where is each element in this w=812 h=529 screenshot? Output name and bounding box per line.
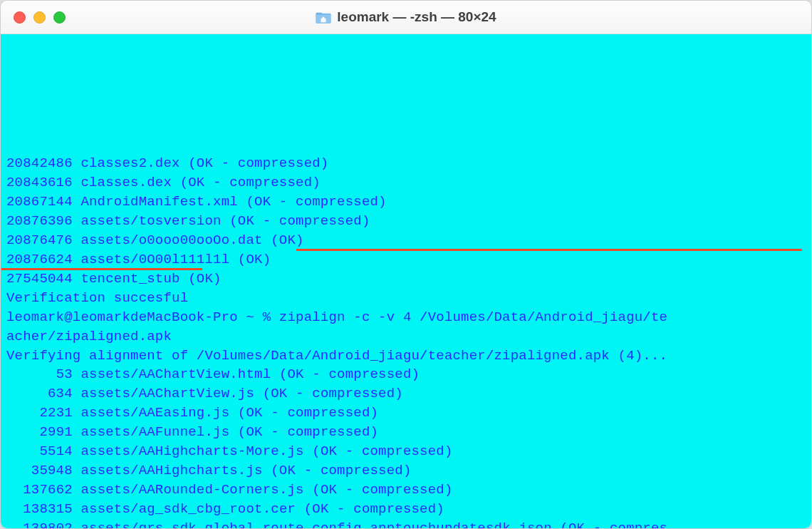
terminal-line: 35948 assets/AAHighcharts.js (OK - compr… [6, 461, 806, 481]
terminal-line: 20867144 AndroidManifest.xml (OK - compr… [6, 192, 806, 212]
terminal-body[interactable]: 20842486 classes2.dex (OK - compressed)2… [1, 34, 811, 529]
terminal-line: 20876476 assets/o0ooo00ooOo.dat (OK) [6, 231, 806, 250]
home-folder-icon [316, 9, 331, 25]
window-titlebar[interactable]: leomark — -zsh — 80×24 [1, 1, 811, 34]
svg-rect-0 [316, 14, 332, 24]
terminal-prompt-line: acher/zipaligned.apk [6, 327, 806, 346]
terminal-line: 20843616 classes.dex (OK - compressed) [6, 173, 806, 192]
terminal-line: Verifying alignment of /Volumes/Data/And… [6, 346, 806, 366]
terminal-line: 20842486 classes2.dex (OK - compressed) [6, 154, 806, 173]
terminal-line: 27545044 tencent_stub (OK) [6, 269, 806, 289]
window-title: leomark — -zsh — 80×24 [337, 9, 496, 25]
terminal-window: leomark — -zsh — 80×24 20842486 classes2… [0, 0, 812, 529]
terminal-line: 634 assets/AAChartView.js (OK - compress… [6, 384, 806, 404]
close-icon[interactable] [14, 11, 26, 24]
terminal-line: 5514 assets/AAHighcharts-More.js (OK - c… [6, 442, 806, 461]
terminal-line: 20876624 assets/0O00l111l1l (OK) [6, 250, 806, 269]
terminal-line: 139802 assets/grs_sdk_global_route_confi… [6, 519, 806, 529]
terminal-line: 20876396 assets/tosversion (OK - compres… [6, 212, 806, 231]
terminal-prompt-line: leomark@leomarkdeMacBook-Pro ~ % zipalig… [6, 308, 806, 327]
terminal-line: 138315 assets/ag_sdk_cbg_root.cer (OK - … [6, 500, 806, 519]
terminal-line: 137662 assets/AARounded-Corners.js (OK -… [6, 481, 806, 500]
minimize-icon[interactable] [33, 11, 46, 24]
terminal-line: 2231 assets/AAEasing.js (OK - compressed… [6, 404, 806, 423]
terminal-line: 2991 assets/AAFunnel.js (OK - compressed… [6, 423, 806, 442]
terminal-line: 53 assets/AAChartView.html (OK - compres… [6, 365, 806, 384]
traffic-lights [14, 11, 66, 24]
terminal-line: Verification succesful [6, 289, 806, 308]
fullscreen-icon[interactable] [53, 11, 66, 24]
